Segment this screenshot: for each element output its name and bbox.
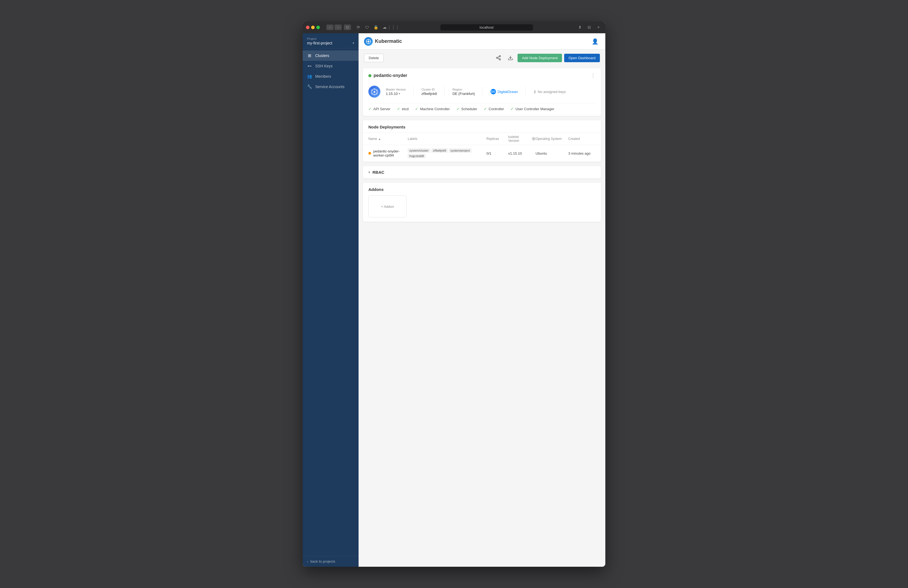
- table-header: Name ▲ Labels Replicas kubelet Version ?…: [363, 133, 601, 145]
- separator-4: [525, 86, 526, 97]
- back-button[interactable]: ‹: [327, 24, 333, 30]
- project-name[interactable]: my-first-project ▾: [307, 41, 354, 45]
- fullscreen-button[interactable]: [316, 26, 320, 29]
- cluster-id-group: Cluster ID zf9wltjnk8: [421, 88, 437, 96]
- cluster-status-dot: [369, 74, 371, 77]
- cluster-card: pedantic-snyder ⋮: [363, 68, 601, 116]
- node-status-dot: [369, 152, 371, 155]
- titlebar-right-icons: ⬆ ⊟ +: [576, 24, 602, 31]
- svg-line-9: [497, 58, 499, 59]
- label-tag: fnqjczbdd8: [407, 154, 425, 158]
- svg-point-16: [376, 93, 377, 93]
- chevron-down-icon: ▾: [353, 41, 354, 45]
- sidebar-item-label: Service Accounts: [315, 85, 345, 89]
- svg-point-17: [374, 94, 375, 95]
- topbar-right: 👤: [590, 37, 600, 47]
- svg-point-19: [372, 90, 373, 91]
- sidebar-item-ssh-keys[interactable]: ⊷ SSH Keys: [303, 61, 359, 71]
- grid-icon[interactable]: ⋮⋮⋮: [390, 24, 397, 31]
- add-addon-button[interactable]: + Addon: [369, 195, 407, 217]
- cluster-details: Master Version 1.15.10 ▾ Cluster ID zf9w…: [369, 82, 596, 101]
- kubermatic-logo: Kubermatic: [364, 37, 402, 46]
- os-column-header: Operating System: [536, 137, 568, 141]
- svg-point-8: [499, 59, 501, 60]
- cluster-name: pedantic-snyder: [374, 73, 407, 78]
- version-chevron-icon: ▾: [399, 92, 400, 95]
- app-body: Project my-first-project ▾ ⊞ Clusters ⊷ …: [303, 33, 605, 567]
- sidebar: Project my-first-project ▾ ⊞ Clusters ⊷ …: [303, 33, 359, 567]
- check-icon: ✓: [415, 106, 418, 111]
- check-icon: ✓: [484, 106, 487, 111]
- region-value: DE (Frankfurt): [452, 92, 475, 96]
- cluster-id-value: zf9wltjnk8: [421, 92, 437, 96]
- separator-3: [483, 86, 483, 97]
- cluster-header: pedantic-snyder ⋮: [369, 72, 596, 79]
- sort-icon: ▲: [378, 137, 381, 140]
- node-name: pedantic-snyder-worker-cpt94: [373, 149, 407, 157]
- open-dashboard-button[interactable]: Open Dashboard: [564, 54, 600, 62]
- health-item-etcd: ✓ etcd: [397, 106, 409, 111]
- provider-logo: DO DigitalOcean: [491, 89, 518, 94]
- upload-icon[interactable]: ⬆: [576, 24, 583, 31]
- ssh-keys-info: ⚷ No assigned keys: [533, 89, 566, 94]
- project-section: Project my-first-project ▾: [303, 33, 359, 48]
- created-value: 3 minutes ago: [568, 151, 596, 155]
- sidebar-item-clusters[interactable]: ⊞ Clusters: [303, 50, 359, 61]
- service-accounts-icon: 🔧: [307, 84, 312, 89]
- share-cluster-button[interactable]: [494, 53, 503, 63]
- lock-icon[interactable]: 🔒: [372, 24, 379, 31]
- project-label: Project: [307, 37, 354, 40]
- replicas-column-header: Replicas: [486, 137, 508, 141]
- label-tag: system/cluster: [407, 148, 430, 153]
- new-tab-button[interactable]: +: [595, 24, 602, 31]
- rbac-chevron-icon: ▾: [369, 170, 370, 174]
- labels-column-header: Labels: [407, 137, 486, 141]
- sidebar-nav: ⊞ Clusters ⊷ SSH Keys 👥 Members 🔧 Servic…: [303, 48, 359, 556]
- ssh-keys-icon: ⊷: [307, 64, 312, 68]
- replicas-value: 0/1: [486, 151, 508, 155]
- sidebar-item-members[interactable]: 👥 Members: [303, 71, 359, 82]
- sidebar-bottom: ‹ back to projects: [303, 556, 359, 567]
- version-group: Master Version 1.15.10 ▾: [386, 88, 406, 96]
- sidebar-item-label: Members: [315, 74, 331, 79]
- version-dropdown[interactable]: 1.15.10 ▾: [386, 92, 406, 96]
- kubelet-version-value: v1.15.10: [508, 151, 536, 155]
- svg-point-18: [372, 93, 373, 93]
- share-icon[interactable]: ⟳: [355, 24, 362, 31]
- cluster-menu-button[interactable]: ⋮: [591, 72, 596, 79]
- label-tag: system/project: [449, 148, 472, 153]
- node-deployments-card: Node Deployments Name ▲ Labels Replicas …: [363, 120, 601, 162]
- table-row[interactable]: pedantic-snyder-worker-cpt94 system/clus…: [363, 145, 601, 162]
- forward-button[interactable]: ›: [335, 24, 342, 30]
- health-item-machine-controller: ✓ Machine Controller: [415, 106, 450, 111]
- rbac-header[interactable]: ▾ RBAC: [363, 166, 601, 178]
- url-input[interactable]: [440, 24, 533, 31]
- shield-icon[interactable]: 🛡: [364, 24, 370, 31]
- back-to-projects-link[interactable]: ‹ back to projects: [307, 559, 354, 564]
- download-button[interactable]: [506, 53, 515, 63]
- os-value: Ubuntu: [536, 151, 568, 155]
- name-column-header: Name ▲: [369, 137, 407, 141]
- info-icon[interactable]: ?: [532, 137, 536, 141]
- sidebar-toggle-icon[interactable]: ⊟: [586, 24, 593, 31]
- addons-title: Addons: [369, 187, 596, 192]
- titlebar: ‹ › ⊡ ⟳ 🛡 🔒 ☁ ⋮⋮⋮ ⬆ ⊟ +: [303, 21, 605, 33]
- add-node-deployment-button[interactable]: Add Node Deployment: [518, 54, 562, 62]
- check-icon: ✓: [456, 106, 460, 111]
- health-item-api-server: ✓ API Server: [369, 106, 390, 111]
- tab-overview-button[interactable]: ⊡: [344, 24, 351, 30]
- addons-card: Addons + Addon: [363, 183, 601, 222]
- health-item-scheduler: ✓ Scheduler: [456, 106, 477, 111]
- minimize-button[interactable]: [311, 26, 315, 29]
- separator-2: [444, 86, 445, 97]
- kubernetes-icon: [369, 85, 380, 98]
- health-item-user-controller: ✓ User Controller Manager: [510, 106, 554, 111]
- svg-point-13: [374, 91, 375, 93]
- close-button[interactable]: [306, 26, 309, 29]
- user-profile-button[interactable]: 👤: [590, 37, 600, 47]
- label-tag: zf9wltjnk8: [431, 148, 448, 153]
- health-item-controller: ✓ Controller: [484, 106, 504, 111]
- rbac-card: ▾ RBAC: [363, 166, 601, 178]
- delete-button[interactable]: Delete: [364, 54, 384, 62]
- sidebar-item-service-accounts[interactable]: 🔧 Service Accounts: [303, 82, 359, 92]
